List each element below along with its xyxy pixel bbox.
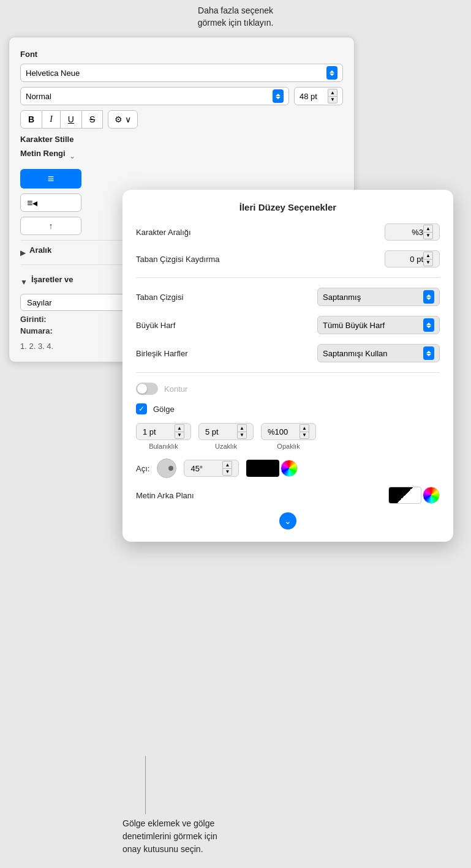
font-size-value: 48 pt [300, 92, 317, 101]
karakter-araligi-up-btn[interactable]: ▲ [423, 225, 433, 232]
karakter-araligi-label: Karakter Aralığı [136, 228, 191, 237]
shadow-color-group [246, 460, 298, 477]
opaklık-label: Opaklık [277, 443, 300, 450]
font-size-input[interactable]: 48 pt ▲ ▼ [294, 87, 343, 105]
format-buttons-row: B I U S ⚙ ∨ [20, 110, 343, 129]
taban-cizgisi-kaydirma-down-btn[interactable]: ▼ [423, 259, 433, 266]
buyuk-harf-row: Büyük Harf Tümü Büyük Harf [136, 316, 440, 334]
italic-button[interactable]: I [42, 110, 61, 129]
align-center-icon: ≡ [48, 173, 55, 185]
kontur-row: Kontur [136, 383, 440, 395]
opaklık-input[interactable]: %100 ▲ ▼ [261, 423, 316, 440]
opaklık-value: %100 [268, 427, 288, 436]
birlesik-harfler-row: Birleşik Harfler Saptanmışı Kullan [136, 344, 440, 362]
karakter-araligi-down-btn[interactable]: ▼ [423, 232, 433, 239]
bold-button[interactable]: B [20, 110, 42, 129]
aci-input[interactable]: 45° ▲ ▼ [184, 460, 239, 477]
birlesik-harfler-select[interactable]: Saptanmışı Kullan [317, 344, 440, 362]
bulaniklik-input[interactable]: 1 pt ▲ ▼ [136, 423, 191, 440]
bulaniklik-value: 1 pt [143, 427, 156, 436]
isaretler-label: İşaretler ve [31, 275, 73, 284]
aci-input-group: 45° ▲ ▼ [184, 460, 239, 477]
tooltip-top-text: Daha fazla seçenek görmek için tıklayın. [198, 5, 274, 29]
birlesik-harfler-label: Birleşik Harfler [136, 349, 188, 358]
opaklık-down-btn[interactable]: ▼ [300, 432, 309, 439]
buyuk-harf-label: Büyük Harf [136, 321, 175, 330]
indent-button[interactable]: ≡◂ [20, 193, 81, 212]
karakter-araligi-value: %3 [412, 228, 423, 237]
gear-options-button[interactable]: ⚙ ∨ [108, 110, 138, 129]
taban-cizgisi-value: Saptanmış [323, 293, 361, 302]
uzaklik-stepper[interactable]: ▲ ▼ [237, 424, 247, 439]
underline-button[interactable]: U [61, 110, 82, 129]
sayilar-label: Sayılar [27, 298, 51, 307]
uzaklik-up-btn[interactable]: ▲ [237, 424, 247, 432]
strikethrough-button[interactable]: S [82, 110, 103, 129]
taban-cizgisi-chevron-icon [423, 290, 434, 304]
arkaplan-color-swatch[interactable] [388, 487, 421, 504]
uzaklik-input[interactable]: 5 pt ▲ ▼ [198, 423, 254, 440]
golge-row: Gölge [136, 403, 440, 414]
uzaklik-down-btn[interactable]: ▼ [237, 432, 247, 439]
shadow-color-swatch[interactable] [246, 460, 279, 477]
raise-text-button[interactable]: ↑ [20, 217, 81, 235]
expand-button[interactable]: ⌄ [279, 512, 296, 529]
uzaklik-col: 5 pt ▲ ▼ Uzaklık [198, 423, 254, 450]
aci-value: 45° [190, 464, 203, 473]
karakter-araligi-stepper[interactable]: ▲ ▼ [423, 225, 433, 239]
taban-cizgisi-kaydirma-input[interactable]: 0 pt ▲ ▼ [385, 250, 440, 268]
bulaniklik-col: 1 pt ▲ ▼ Bulanıklık [136, 423, 191, 450]
metin-rengi-chevron-icon: ⌄ [69, 152, 75, 160]
opaklık-up-btn[interactable]: ▲ [300, 424, 309, 432]
tooltip-bottom: Gölge eklemek ve gölge denetimlerini gör… [0, 811, 471, 868]
kontur-toggle[interactable] [136, 383, 158, 395]
buyuk-harf-value: Tümü Büyük Harf [323, 321, 385, 330]
angle-row: Açı: 45° ▲ ▼ [136, 458, 440, 478]
font-size-stepper[interactable]: ▲ ▼ [328, 89, 337, 103]
aci-down-btn[interactable]: ▼ [222, 468, 232, 476]
bulaniklik-up-btn[interactable]: ▲ [175, 424, 184, 432]
metin-arkaplan-label: Metin Arka Planı [136, 491, 194, 500]
opaklık-stepper[interactable]: ▲ ▼ [300, 424, 309, 439]
font-style-chevron-icon [273, 89, 284, 103]
font-name-select[interactable]: Helvetica Neue [20, 64, 343, 82]
birlesik-harfler-chevron-icon [423, 346, 434, 360]
taban-cizgisi-kaydirma-up-btn[interactable]: ▲ [423, 252, 433, 259]
font-size-down-btn[interactable]: ▼ [328, 96, 337, 103]
font-size-up-btn[interactable]: ▲ [328, 89, 337, 96]
isaretler-chevron-icon: ▼ [20, 278, 28, 286]
aralik-label: Aralık [29, 245, 51, 255]
kontur-label: Kontur [164, 384, 187, 394]
arrow-up-icon: ↑ [49, 221, 53, 231]
bulaniklik-stepper[interactable]: ▲ ▼ [175, 424, 184, 439]
shadow-color-wheel-btn[interactable] [281, 460, 298, 477]
font-name-row: Helvetica Neue [20, 64, 343, 82]
angle-dial[interactable] [157, 458, 176, 478]
buyuk-harf-select[interactable]: Tümü Büyük Harf [317, 316, 440, 334]
arkaplan-color-wheel-btn[interactable] [423, 487, 440, 504]
aralik-chevron-icon: ▶ [20, 249, 26, 257]
font-section-label: Font [20, 50, 343, 59]
arkaplan-color-group [388, 487, 440, 504]
align-center-button[interactable]: ≡ [20, 169, 81, 189]
shadow-values-row: 1 pt ▲ ▼ Bulanıklık 5 pt ▲ ▼ Uzaklık %10… [136, 423, 440, 450]
aci-label: Açı: [136, 464, 149, 473]
font-style-select[interactable]: Normal [20, 87, 289, 105]
taban-cizgisi-select[interactable]: Saptanmış [317, 288, 440, 306]
aci-up-btn[interactable]: ▲ [222, 461, 232, 468]
tooltip-bottom-connector-line [145, 756, 146, 814]
angle-dial-indicator [168, 466, 173, 471]
font-style-value: Normal [26, 92, 51, 101]
advanced-panel-title: İleri Düzey Seçenekler [136, 202, 440, 212]
bulaniklik-down-btn[interactable]: ▼ [175, 432, 184, 439]
taban-cizgisi-kaydirma-label: Taban Çizgisi Kaydırma [136, 255, 220, 264]
metin-rengi-row[interactable]: Metin Rengi ⌄ [20, 149, 343, 163]
taban-cizgisi-kaydirma-stepper[interactable]: ▲ ▼ [423, 252, 433, 266]
divider-1 [136, 277, 440, 278]
taban-cizgisi-kaydirma-row: Taban Çizgisi Kaydırma 0 pt ▲ ▼ [136, 250, 440, 268]
aci-stepper[interactable]: ▲ ▼ [222, 461, 232, 476]
taban-cizgisi-kaydirma-value: 0 pt [410, 255, 423, 264]
karakter-araligi-input[interactable]: %3 ▲ ▼ [385, 223, 440, 241]
golge-checkbox[interactable] [136, 403, 147, 414]
metin-rengi-label: Metin Rengi [20, 149, 66, 158]
